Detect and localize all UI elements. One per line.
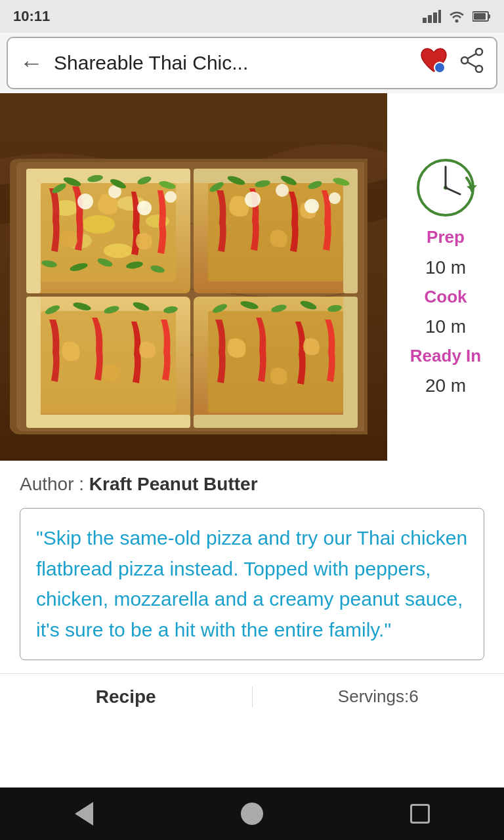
description-box: "Skip the same-old pizza and try our Tha…: [20, 508, 484, 660]
page-title: Shareable Thai Chic...: [54, 52, 408, 74]
svg-rect-31: [208, 311, 343, 413]
author-name: Kraft Peanut Butter: [89, 474, 258, 494]
svg-rect-18: [26, 169, 41, 293]
prep-value: 10 m: [425, 255, 466, 280]
navigation-bar: ← Shareable Thai Chic...: [7, 37, 497, 89]
wifi-icon: [448, 10, 466, 23]
ready-label: Ready In: [410, 346, 481, 366]
svg-rect-27: [343, 297, 358, 425]
status-icons: [423, 10, 491, 23]
svg-point-10: [461, 57, 468, 64]
android-back-button[interactable]: [68, 797, 100, 830]
recipe-image: [0, 93, 387, 461]
svg-point-38: [77, 194, 93, 209]
svg-rect-23: [26, 415, 190, 428]
status-time: 10:11: [13, 8, 50, 25]
back-button[interactable]: ←: [20, 51, 43, 75]
svg-rect-30: [41, 311, 176, 413]
svg-point-11: [476, 66, 482, 72]
tab-servings[interactable]: Servings:6: [253, 686, 505, 707]
svg-point-37: [104, 243, 133, 258]
svg-rect-1: [428, 15, 432, 23]
svg-rect-3: [438, 10, 441, 23]
svg-rect-26: [194, 415, 358, 428]
svg-rect-24: [26, 297, 41, 425]
hero-section: Prep 10 m Cook 10 m Ready In 20 m: [0, 93, 504, 461]
clock-icon: [413, 155, 478, 220]
svg-point-41: [165, 191, 177, 203]
svg-rect-7: [474, 13, 486, 20]
timing-panel: Prep 10 m Cook 10 m Ready In 20 m: [387, 93, 504, 461]
svg-point-45: [329, 192, 341, 204]
share-button[interactable]: [459, 48, 484, 78]
svg-point-4: [455, 20, 459, 23]
author-label: Author :: [20, 474, 89, 494]
svg-rect-21: [343, 169, 358, 293]
bottom-tabs: Recipe Servings:6: [0, 673, 504, 719]
status-bar: 10:11: [0, 0, 504, 33]
tab-recipe[interactable]: Recipe: [0, 686, 253, 707]
svg-point-44: [304, 199, 319, 213]
battery-icon: [472, 10, 491, 22]
svg-rect-2: [433, 12, 437, 23]
svg-line-12: [468, 54, 476, 58]
svg-line-13: [468, 62, 476, 67]
cook-value: 10 m: [425, 314, 466, 339]
description-text: "Skip the same-old pizza and try our Tha…: [36, 523, 468, 645]
svg-point-8: [434, 62, 445, 73]
svg-point-43: [276, 184, 289, 197]
svg-rect-6: [488, 14, 490, 18]
android-recent-button[interactable]: [404, 797, 436, 830]
heart-button[interactable]: [419, 47, 449, 80]
svg-point-33: [82, 215, 115, 234]
ready-value: 20 m: [425, 373, 466, 398]
android-nav-bar: [0, 788, 504, 840]
svg-rect-20: [194, 169, 358, 183]
svg-rect-17: [26, 169, 190, 183]
svg-point-40: [137, 201, 152, 215]
android-home-button[interactable]: [236, 797, 268, 830]
prep-label: Prep: [427, 227, 465, 247]
cook-label: Cook: [425, 287, 467, 307]
main-content: Prep 10 m Cook 10 m Ready In 20 m Author…: [0, 93, 504, 788]
signal-icon: [423, 10, 441, 23]
author-section: Author : Kraft Peanut Butter: [0, 461, 504, 501]
svg-point-9: [476, 49, 482, 55]
svg-point-42: [245, 192, 261, 207]
svg-rect-0: [423, 18, 427, 23]
